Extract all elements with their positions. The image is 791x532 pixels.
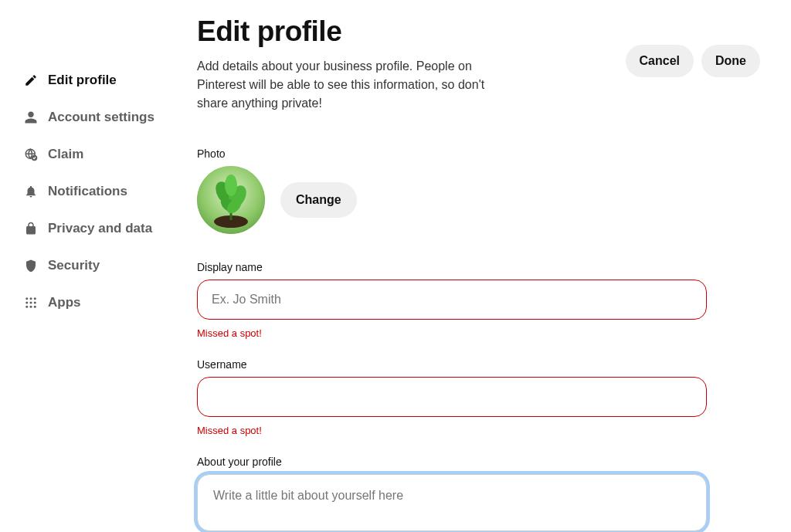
sidebar-item-label: Privacy and data: [48, 221, 152, 236]
svg-point-15: [225, 175, 237, 196]
done-button[interactable]: Done: [701, 45, 760, 77]
person-icon: [23, 110, 39, 125]
sidebar-item-account-settings[interactable]: Account settings: [23, 99, 197, 136]
avatar: [197, 166, 265, 234]
sidebar-item-label: Security: [48, 258, 100, 273]
photo-label: Photo: [197, 147, 707, 160]
svg-point-6: [30, 302, 32, 304]
display-name-label: Display name: [197, 261, 707, 273]
sidebar-item-notifications[interactable]: Notifications: [23, 173, 197, 210]
svg-point-8: [25, 306, 28, 308]
username-label: Username: [197, 358, 707, 371]
username-input[interactable]: [197, 377, 707, 417]
display-name-error: Missed a spot!: [197, 327, 707, 339]
svg-point-9: [30, 306, 32, 308]
lock-icon: [23, 221, 39, 236]
grid-icon: [23, 295, 39, 310]
svg-point-3: [30, 297, 32, 300]
sidebar-item-privacy[interactable]: Privacy and data: [23, 210, 197, 247]
settings-sidebar: Edit profile Account settings Claim Noti…: [0, 0, 197, 532]
display-name-input[interactable]: [197, 280, 707, 320]
sidebar-item-claim[interactable]: Claim: [23, 136, 197, 173]
page-description: Add details about your business profile.…: [197, 57, 506, 113]
sidebar-item-apps[interactable]: Apps: [23, 284, 197, 321]
username-error: Missed a spot!: [197, 425, 707, 436]
change-photo-button[interactable]: Change: [280, 182, 357, 218]
cancel-button[interactable]: Cancel: [626, 45, 694, 77]
sidebar-item-label: Apps: [48, 295, 81, 310]
page-title: Edit profile: [197, 15, 506, 48]
about-label: About your profile: [197, 456, 707, 468]
sidebar-item-label: Edit profile: [48, 73, 117, 88]
about-textarea[interactable]: [197, 474, 707, 531]
pencil-icon: [23, 73, 39, 88]
svg-point-7: [34, 302, 36, 304]
sidebar-item-edit-profile[interactable]: Edit profile: [23, 62, 197, 99]
sidebar-item-security[interactable]: Security: [23, 247, 197, 284]
sidebar-item-label: Account settings: [48, 110, 154, 125]
sidebar-item-label: Claim: [48, 147, 83, 162]
sidebar-item-label: Notifications: [48, 184, 127, 199]
globe-check-icon: [23, 147, 39, 162]
svg-point-10: [34, 306, 36, 308]
svg-point-5: [25, 302, 28, 304]
shield-icon: [23, 258, 39, 273]
main-content: Edit profile Add details about your busi…: [197, 0, 791, 532]
svg-point-4: [34, 297, 36, 300]
bell-icon: [23, 184, 39, 199]
svg-point-2: [25, 297, 28, 300]
